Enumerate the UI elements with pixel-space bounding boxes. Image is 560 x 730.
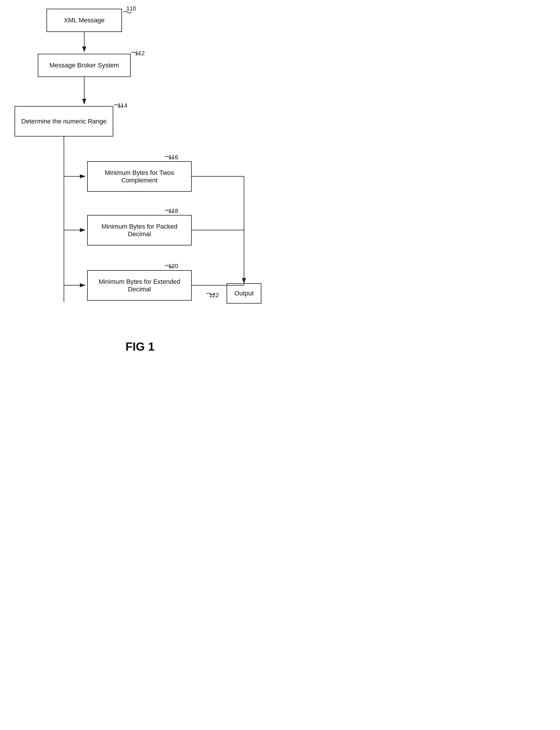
output-label: Output (234, 290, 254, 297)
extended-decimal-label: Minimum Bytes for Extended Decimal (91, 278, 188, 293)
ref-116: 116 (168, 154, 178, 161)
determine-range-box: Determine the numeric Range (15, 106, 113, 137)
ref-114: 114 (118, 102, 127, 109)
output-box: Output (227, 283, 261, 304)
ref-118: 118 (168, 208, 178, 214)
ref-112: 112 (135, 50, 145, 57)
ref-120: 120 (168, 263, 178, 270)
determine-range-label: Determine the numeric Range (21, 118, 106, 125)
packed-decimal-label: Minimum Bytes for Packed Decimal (91, 223, 188, 238)
message-broker-box: Message Broker System (38, 54, 131, 77)
ref-110: 110 (126, 5, 136, 12)
diagram-container: XML Message 110 Message Broker System 11… (0, 0, 280, 365)
ref-122: 122 (209, 292, 219, 299)
xml-message-label: XML Message (64, 17, 105, 24)
twos-complement-box: Minimum Bytes for Twos Complement (87, 161, 192, 192)
packed-decimal-box: Minimum Bytes for Packed Decimal (87, 215, 192, 245)
extended-decimal-box: Minimum Bytes for Extended Decimal (87, 270, 192, 301)
figure-label: FIG 1 (0, 340, 280, 353)
message-broker-label: Message Broker System (49, 62, 119, 69)
xml-message-box: XML Message (46, 9, 122, 32)
twos-complement-label: Minimum Bytes for Twos Complement (91, 169, 188, 184)
